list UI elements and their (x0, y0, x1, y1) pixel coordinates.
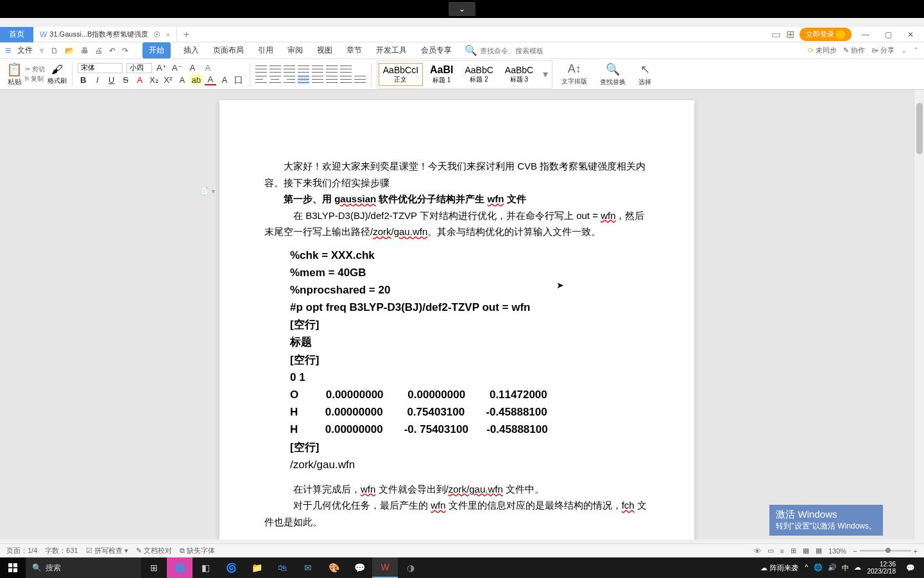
taskbar-app-taskview[interactable]: ◧ (193, 557, 218, 578)
vertical-scrollbar[interactable] (914, 90, 924, 539)
taskbar-app-store[interactable]: 🛍 (270, 557, 295, 578)
tray-notifications-icon[interactable]: 💬 (902, 564, 919, 572)
underline-button[interactable]: U (106, 75, 117, 85)
app-menu-icon[interactable]: ≡ (5, 45, 11, 57)
tray-clock[interactable]: 12:36 2023/2/18 (868, 561, 896, 575)
menu-tab-layout[interactable]: 页面布局 (212, 42, 245, 58)
chevron-down-icon[interactable]: ⌄ (449, 2, 475, 16)
menu-tab-review[interactable]: 审阅 (286, 42, 304, 58)
style-normal[interactable]: AaBbCcI 正文 (379, 63, 423, 86)
bold-button[interactable]: B (78, 75, 89, 85)
tray-up-icon[interactable]: ^ (805, 563, 808, 573)
text-dir-button[interactable] (340, 65, 352, 74)
style-more-icon[interactable]: ▾ (540, 68, 551, 80)
zoom-out-icon[interactable]: − (853, 547, 857, 555)
menu-tab-member[interactable]: 会员专享 (420, 42, 453, 58)
view-web-icon[interactable]: ⊞ (791, 547, 796, 555)
align-right-button[interactable] (284, 75, 295, 84)
tab-close-icon[interactable]: × (166, 31, 169, 39)
redo-icon[interactable]: ↷ (122, 46, 128, 55)
tray-net-icon[interactable]: 🌐 (814, 563, 823, 573)
tray-weather[interactable]: ☁ 阵雨来袭 (760, 563, 798, 573)
tab-document[interactable]: W 31.Gaussi...B指数考察氢键强度 ⦿ × (33, 27, 177, 42)
menu-tab-insert[interactable]: 插入 (182, 42, 200, 58)
view-eye-icon[interactable]: 👁 (754, 547, 761, 555)
taskbar-app-paint[interactable]: 🎨 (321, 557, 346, 578)
font-case-icon[interactable]: A (187, 63, 198, 73)
text-layout-button[interactable]: A↕ 文字排版 (558, 62, 591, 86)
menu-tab-developer[interactable]: 开发工具 (375, 42, 408, 58)
more-icon[interactable]: ⌃ (913, 46, 919, 55)
align-center-button[interactable] (270, 75, 281, 84)
status-page[interactable]: 页面：1/4 (6, 546, 37, 556)
shading-button[interactable] (340, 75, 352, 84)
view-mode-icon-1[interactable]: ▭ (771, 28, 781, 40)
scrollbar-thumb[interactable] (916, 103, 923, 154)
menu-tab-reference[interactable]: 引用 (257, 42, 275, 58)
superscript-button[interactable]: X² (162, 75, 174, 85)
find-replace-button[interactable]: 🔍 查找替换 (596, 62, 629, 87)
font-shrink-icon[interactable]: A⁻ (171, 63, 183, 73)
status-words[interactable]: 字数：631 (45, 546, 78, 556)
tab-add-button[interactable]: + (177, 26, 196, 43)
status-spellcheck[interactable]: ☑ 拼写检查 ▾ (86, 546, 128, 556)
multilevel-button[interactable] (284, 65, 295, 74)
window-minimize-button[interactable]: — (857, 29, 875, 40)
view-read-icon[interactable]: ▦ (803, 547, 809, 555)
taskbar-app-wechat[interactable]: 💬 (346, 557, 372, 578)
char-border-button[interactable]: 囗 (233, 74, 244, 86)
view-grid-icon[interactable]: ▦ (816, 547, 822, 555)
tray-ime-icon[interactable]: 中 (842, 563, 849, 573)
cut-button[interactable]: ✂ 剪切 (25, 65, 45, 74)
subscript-button[interactable]: X₂ (148, 75, 160, 85)
char-shading-button[interactable]: A (219, 75, 230, 85)
text-effect-button[interactable]: A (176, 75, 188, 85)
tray-cloud-icon[interactable]: ☁ (854, 563, 861, 573)
font-color2-button[interactable]: A (205, 74, 216, 85)
window-maximize-button[interactable]: ▢ (880, 29, 897, 40)
taskbar-app-wps[interactable]: W (372, 557, 398, 578)
strikethrough-button[interactable]: S (120, 75, 132, 85)
undo-icon[interactable]: ↶ (109, 46, 116, 55)
align-left-button[interactable] (255, 75, 267, 84)
borders-button[interactable] (354, 75, 366, 84)
menu-tab-view[interactable]: 视图 (316, 42, 334, 58)
status-missing-font[interactable]: ⧉ 缺失字体 (180, 546, 215, 556)
zoom-slider[interactable]: − + (853, 547, 918, 555)
align-justify-button[interactable] (298, 75, 309, 84)
style-heading3[interactable]: AaBbC 标题 3 (501, 63, 538, 86)
print-icon[interactable]: 🖶 (81, 46, 89, 55)
italic-button[interactable]: I (92, 75, 103, 85)
select-button[interactable]: ↖ 选择 (635, 62, 655, 87)
view-mode-icon-2[interactable]: ⊞ (786, 28, 794, 40)
paste-button[interactable]: 粘贴 (8, 77, 22, 87)
menu-tab-start[interactable]: 开始 (142, 42, 171, 58)
font-grow-icon[interactable]: A⁺ (156, 63, 167, 73)
status-doc-proof[interactable]: ✎ 文档校对 (136, 546, 172, 556)
style-gallery[interactable]: AaBbCcI 正文 AaBI 标题 1 AaBbC 标题 2 AaBbC 标题… (377, 60, 552, 89)
style-heading1[interactable]: AaBI 标题 1 (425, 62, 458, 87)
sync-status[interactable]: ⟳ 未同步 (808, 46, 837, 55)
copy-button[interactable]: ⎘ 复制 (25, 74, 45, 83)
indent-inc-button[interactable] (312, 65, 323, 74)
zoom-in-icon[interactable]: + (914, 547, 918, 555)
taskbar-app-edge[interactable]: 🌀 (218, 557, 244, 578)
start-button[interactable] (0, 557, 26, 578)
page-mark-icon[interactable]: 📄▾ (200, 187, 215, 195)
line-spacing-button[interactable] (326, 75, 338, 84)
collab-button[interactable]: ✎ 协作 (843, 46, 865, 55)
bullets-button[interactable] (255, 65, 267, 74)
font-size-select[interactable] (126, 63, 152, 73)
tab-home[interactable]: 首页 (0, 27, 33, 42)
paste-icon[interactable]: 📋 (6, 62, 22, 77)
open-icon[interactable]: 📂 (65, 46, 74, 55)
taskbar-search[interactable]: 🔍 搜索 (26, 557, 141, 578)
taskbar-app-mail[interactable]: ✉ (295, 557, 321, 578)
align-dist-button[interactable] (312, 75, 323, 84)
taskbar-app-explorer[interactable]: 📁 (244, 557, 270, 578)
style-heading2[interactable]: AaBbC 标题 2 (460, 63, 497, 86)
share-button[interactable]: ⌲ 分享 (871, 46, 894, 55)
menu-file[interactable]: 文件 (13, 44, 37, 57)
document-content[interactable]: 大家好！欢迎大家来到奕星课堂！今天我们来探讨利用 CVB 指数考察氢键强度相关内… (264, 158, 649, 530)
view-outline-icon[interactable]: ≡ (780, 547, 784, 555)
